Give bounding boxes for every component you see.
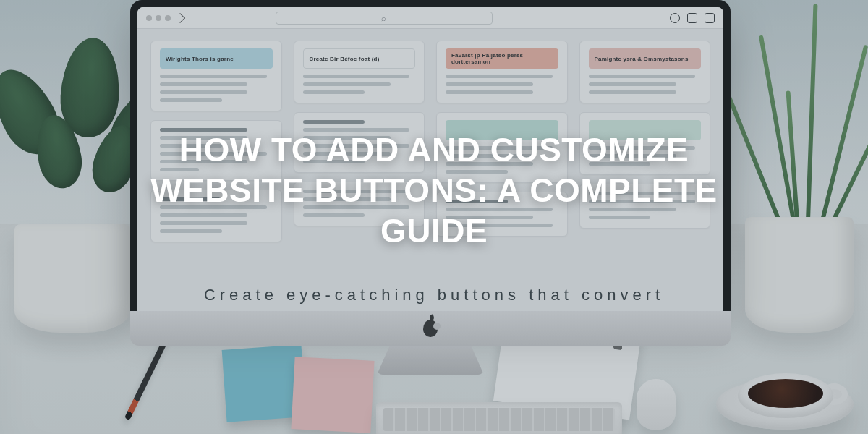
user-icon [670,13,680,23]
card-header: Create Bir Béfoe foat (d) [303,48,416,69]
card [150,120,282,181]
browser-topbar: ⌕ [137,7,723,29]
card: Pamignte ysra & Omsmystasons [579,41,711,103]
card-header: Pamignte ysra & Omsmystasons [589,48,702,69]
card [150,190,282,242]
card: Create Bir Béfoe foat (d) [294,41,425,103]
search-field: ⌕ [276,12,493,25]
card [436,192,568,237]
card [294,182,425,226]
window-controls [146,15,171,21]
apple-logo-icon [423,320,438,337]
keyboard [376,402,622,434]
board-col-4: Pamignte ysra & Omsmystasons [579,41,711,242]
search-icon: ⌕ [381,14,386,22]
card-header [589,120,702,140]
card: Wirights Thors is garne [150,41,282,111]
card-header: Wirights Thors is garne [160,48,273,69]
imac-monitor: ⌕ Wirights Thors is garne [130,0,731,369]
hero-banner-scene: ⌕ Wirights Thors is garne [0,0,868,434]
coffee-liquid [748,379,823,408]
plant-left [0,58,152,333]
topbar-action-icons [670,13,715,23]
board-col-1: Wirights Thors is garne [150,41,282,242]
coffee-cup [738,373,833,418]
monitor-chin [130,311,731,346]
card-header: Favarst jp Paijatso perss dorttersamon [446,48,558,69]
board-col-2: Create Bir Béfoe foat (d) [294,41,425,242]
plant-right [723,29,868,333]
monitor-screen: ⌕ Wirights Thors is garne [137,7,723,311]
card [436,112,568,183]
card [579,112,711,175]
menu-icon [705,13,715,23]
board-col-3: Favarst jp Paijatso perss dorttersamon [436,41,568,242]
monitor-bezel: ⌕ Wirights Thors is garne [130,0,731,311]
nav-back-icon [175,12,185,22]
panel-icon [687,13,697,23]
card [294,112,425,173]
card-header [446,120,558,140]
monitor-stand [377,346,484,375]
card [579,184,711,229]
card: Favarst jp Paijatso perss dorttersamon [436,41,568,103]
mouse [637,379,676,430]
card-board: Wirights Thors is garne Create [137,29,723,254]
